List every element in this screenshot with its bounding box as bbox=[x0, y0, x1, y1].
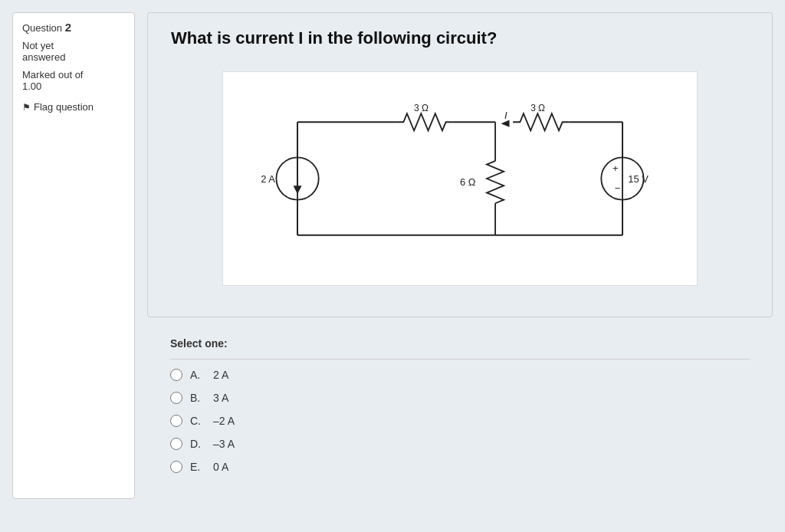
page-container: Question 2 Not yet answered Marked out o… bbox=[12, 12, 773, 499]
select-one-label: Select one: bbox=[170, 337, 750, 350]
svg-marker-15 bbox=[294, 186, 302, 194]
circuit-diagram: I 6 Ω bbox=[171, 64, 749, 294]
option-a-letter: A. bbox=[190, 369, 205, 381]
option-b-value: 3 A bbox=[213, 392, 228, 404]
svg-marker-5 bbox=[501, 120, 509, 127]
not-answered-status: Not yet answered bbox=[22, 40, 125, 63]
option-b-letter: B. bbox=[190, 392, 205, 404]
marked-value: 1.00 bbox=[22, 80, 41, 92]
option-c[interactable]: C. –2 A bbox=[170, 415, 750, 427]
option-d-letter: D. bbox=[190, 438, 205, 450]
svg-text:3 Ω: 3 Ω bbox=[530, 103, 545, 113]
option-e-letter: E. bbox=[190, 461, 205, 473]
option-a[interactable]: A. 2 A bbox=[170, 369, 750, 381]
flag-question-button[interactable]: ⚑ Flag question bbox=[22, 101, 125, 113]
radio-a[interactable] bbox=[170, 369, 182, 381]
option-c-value: –2 A bbox=[213, 415, 235, 427]
question-text: What is current I in the following circu… bbox=[171, 28, 749, 48]
divider bbox=[170, 359, 750, 360]
option-c-letter: C. bbox=[190, 415, 205, 427]
svg-text:3 Ω: 3 Ω bbox=[414, 103, 429, 113]
radio-e[interactable] bbox=[170, 461, 182, 473]
answers-box: Select one: A. 2 A B. 3 A C. –2 A D. –3 bbox=[147, 330, 773, 499]
radio-d[interactable] bbox=[170, 438, 182, 450]
radio-c[interactable] bbox=[170, 415, 182, 427]
svg-text:−: − bbox=[615, 182, 621, 194]
option-b[interactable]: B. 3 A bbox=[170, 392, 750, 404]
option-d-value: –3 A bbox=[213, 438, 235, 450]
option-a-value: 2 A bbox=[213, 369, 228, 381]
svg-text:+: + bbox=[613, 163, 619, 174]
svg-text:15 V: 15 V bbox=[628, 173, 649, 185]
circuit-box: What is current I in the following circu… bbox=[147, 12, 773, 317]
svg-text:6 Ω: 6 Ω bbox=[460, 176, 476, 188]
marked-out-label: Marked out of 1.00 bbox=[22, 69, 125, 92]
svg-text:I: I bbox=[504, 110, 507, 121]
question-number: 2 bbox=[65, 21, 71, 34]
circuit-svg: I 6 Ω bbox=[222, 71, 698, 286]
flag-icon: ⚑ bbox=[22, 102, 31, 113]
option-e-value: 0 A bbox=[213, 461, 228, 473]
sidebar: Question 2 Not yet answered Marked out o… bbox=[12, 12, 135, 499]
svg-text:2 A: 2 A bbox=[261, 173, 275, 185]
main-content: What is current I in the following circu… bbox=[147, 12, 773, 499]
radio-b[interactable] bbox=[170, 392, 182, 404]
question-label: Question 2 bbox=[22, 21, 125, 34]
option-e[interactable]: E. 0 A bbox=[170, 461, 750, 473]
option-d[interactable]: D. –3 A bbox=[170, 438, 750, 450]
